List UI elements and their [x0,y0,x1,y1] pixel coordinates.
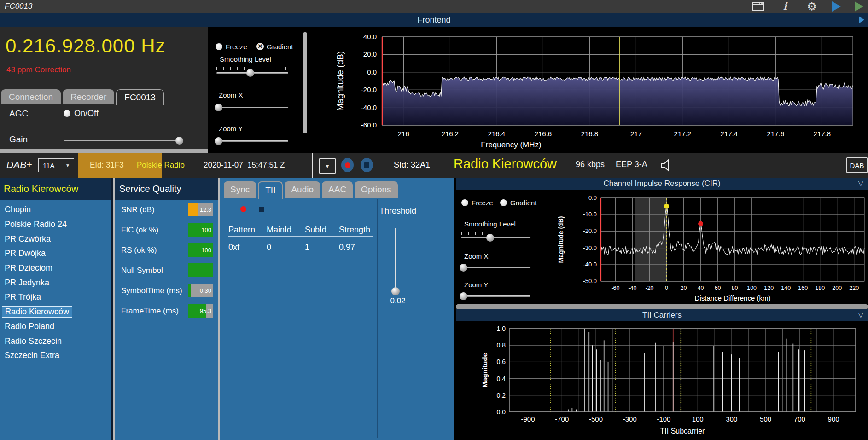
gain-slider-handle[interactable] [175,137,183,145]
controls-scrollbar[interactable] [303,32,307,133]
quality-bar-fill [188,203,198,216]
freeze-radio-button[interactable] [216,43,222,50]
y-tick-label: 0.0 [367,68,377,76]
list-item[interactable]: PR Dzieciom [0,261,111,276]
list-item[interactable]: Radio Szczecin [0,334,111,348]
list-item[interactable]: Szczecin Extra [0,348,111,363]
chevron-down-icon: ▼ [325,163,330,169]
x-tick-label: 80 [732,285,738,291]
list-item[interactable]: Radio Poland [0,319,111,334]
speaker-icon[interactable] [659,158,674,173]
tab-sync[interactable]: Sync [224,181,256,198]
threshold-slider-handle[interactable] [391,287,400,295]
y-tick-label: -50.0 [583,278,597,284]
gear-icon[interactable]: ⚙ [805,1,818,12]
x-axis-label: Distance Difference (km) [695,294,771,302]
channel-dropdown[interactable]: 11A ▼ [38,158,74,172]
gradient-checkbox[interactable]: ✕ [256,43,264,50]
service-name: PR Jedynka [2,278,52,288]
cir-zoom-y-slider[interactable] [461,295,530,297]
list-item[interactable]: PR Jedynka [0,275,111,290]
play-green-icon[interactable] [855,1,863,12]
cir-zoom-x-slider-handle[interactable] [460,264,467,272]
zoom-y-slider-handle[interactable] [215,137,222,145]
list-item[interactable]: PR Trójka [0,290,111,305]
horizontal-scrollbar[interactable] [456,304,868,309]
list-item[interactable]: Radio Kierowców [0,305,111,319]
cir-zoom-x-slider[interactable] [461,267,530,268]
cir-zoom-y-slider-handle[interactable] [460,292,467,300]
cir-smoothing-slider-handle[interactable] [486,234,494,242]
title-bar-icons: ℹ ⚙ [752,0,863,13]
tab-fc0013[interactable]: FC0013 [116,89,164,105]
collapse-triangle-icon[interactable]: ▽ [858,179,863,187]
vertical-divider [377,199,378,438]
x-tick-label: 200 [832,285,842,291]
x-tick-label: 217.4 [721,130,738,138]
freeze-label: Freeze [226,43,247,51]
y-tick-label: -40.0 [361,104,377,111]
y-tick-label: -10.0 [583,211,597,218]
ensemble-id: EId: 31F3 [90,161,124,170]
list-item[interactable]: PR Dwójka [0,246,111,261]
tab-options[interactable]: Options [355,181,397,198]
x-tick-label: 216.4 [488,130,506,138]
frontend-spectrum-plot: Magnitude (dB)40.020.00.0-20.0-40.0-60.0… [309,27,868,153]
threshold-slider[interactable] [395,228,396,291]
cir-freeze-radio-button[interactable] [461,199,468,206]
table-column-header: SubId [305,225,326,235]
zoom-x-slider-handle[interactable] [215,104,222,111]
quality-bar-fill [188,284,191,297]
quality-metric-bar: 100 [188,223,213,237]
play-blue-icon[interactable] [832,1,841,12]
gain-slider[interactable] [64,140,183,141]
service-list-items: ChopinPolskie Radio 24PR CzwórkaPR Dwójk… [0,200,111,363]
smoothing-label: Smoothing Level [220,55,271,63]
y-axis-label: Magnitude [481,353,489,388]
dab-mode-label: DAB+ [6,159,32,170]
x-tick-label: 140 [781,285,791,291]
frontend-scroll-arrow-icon[interactable] [859,16,864,23]
status-divider [312,153,313,178]
quality-bar-fill [188,263,213,277]
info-icon[interactable]: ℹ [779,1,792,12]
channel-value: 11A [43,162,55,169]
spectrum-fill [382,77,853,125]
cir-title: Channel Impulse Response (CIR) [603,179,720,188]
tab-connection[interactable]: Connection [1,89,61,104]
x-tick-label: 900 [828,415,839,423]
smoothing-slider-handle[interactable] [246,69,254,77]
x-tick-label: 217 [630,130,642,138]
list-item[interactable]: Chopin [0,203,111,217]
chevron-down-icon: ▼ [65,163,70,168]
plot-border [509,329,856,412]
service-name: PR Czwórka [2,234,53,244]
list-item[interactable]: PR Czwórka [0,232,111,246]
audio-dropdown-button[interactable]: ▼ [319,158,336,174]
service-name: Radio Poland [2,321,57,332]
record-button[interactable] [341,158,354,172]
window-icon[interactable] [752,1,765,12]
collapse-triangle-icon[interactable]: ▽ [858,311,863,319]
list-item[interactable]: Polskie Radio 24 [0,217,111,232]
zoom-x-slider[interactable] [216,107,288,108]
protection-level: EEP 3-A [616,160,647,169]
quality-metric-label: FrameTime (ms) [121,307,179,316]
table-cell: 1 [305,243,309,252]
tab-aac[interactable]: AAC [322,181,353,198]
x-tick-label: -300 [623,415,637,423]
ensemble-name: Polskie Radio [137,161,185,170]
cir-smoothing-slider[interactable] [461,237,530,238]
frontend-spectrum-chart: Magnitude (dB)40.020.00.0-20.0-40.0-60.0… [309,27,868,153]
zoom-y-slider[interactable] [216,140,288,142]
service-name: PR Trójka [2,292,44,302]
window-title: FC0013 [5,2,32,11]
tab-audio[interactable]: Audio [285,181,320,198]
tab-recorder[interactable]: Recorder [63,89,114,104]
service-quality-header: Service Quality [115,178,218,200]
stop-button[interactable] [361,158,373,172]
cir-gradient-radio-button[interactable] [500,199,507,206]
y-tick-label: -20.0 [583,227,597,234]
agc-radio-button[interactable] [64,110,70,117]
tab-tii[interactable]: TII [258,181,283,199]
